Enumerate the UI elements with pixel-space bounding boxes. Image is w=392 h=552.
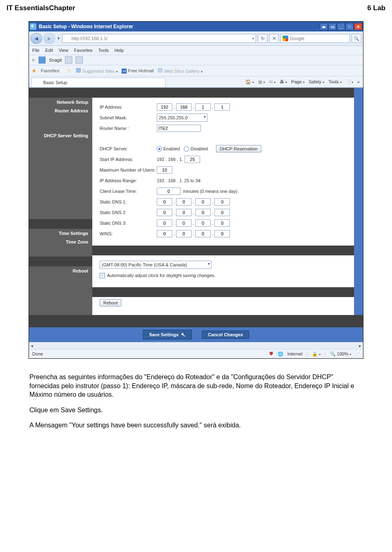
home-icon[interactable]: 🏠 ▾ xyxy=(245,79,254,85)
dst-checkbox[interactable]: ✓ xyxy=(100,273,105,278)
ip-octet-2[interactable] xyxy=(176,103,192,111)
tools-menu[interactable]: Tools ▾ xyxy=(328,79,342,84)
subnet-select[interactable]: 255.255.255.0 xyxy=(157,114,207,122)
menu-view[interactable]: View xyxy=(59,48,69,53)
win-btn-a[interactable]: ◂▸ xyxy=(320,23,328,30)
free-hotmail[interactable]: Free Hotmail xyxy=(128,68,154,73)
address-bar[interactable]: http://192.168.1.1/ ▾ xyxy=(62,34,256,43)
wins-b[interactable] xyxy=(176,230,192,237)
search-box[interactable]: Google xyxy=(281,34,350,43)
max-users-input[interactable] xyxy=(157,166,172,174)
close-button[interactable]: ✕ xyxy=(354,23,362,30)
save-settings-button[interactable]: Save Settings↖ xyxy=(143,330,192,340)
snagit-label[interactable]: Snagit xyxy=(49,58,62,63)
refresh-button[interactable]: ↻ xyxy=(258,34,267,43)
win-btn-b[interactable]: ▭ xyxy=(328,23,336,30)
hotmail-icon: M xyxy=(122,69,127,74)
dns3-c[interactable] xyxy=(195,219,211,227)
timezone-select[interactable]: (GMT-08:00) Pacific Time (USA & Canada) xyxy=(100,261,212,269)
menu-edit[interactable]: Edit xyxy=(45,48,53,53)
stop-button[interactable]: ✕ xyxy=(269,34,279,43)
dns2-c[interactable] xyxy=(195,209,211,216)
web-slice[interactable]: Web Slice Gallery xyxy=(164,69,199,74)
ie-tab-icon xyxy=(35,80,41,85)
shield-icon: ⛊ xyxy=(269,351,274,356)
cursor-icon: ↖ xyxy=(181,331,186,338)
dropdown-icon[interactable]: ▼ xyxy=(57,36,60,40)
dns3-b[interactable] xyxy=(176,219,192,227)
chevron-down-icon[interactable]: ▾ xyxy=(252,37,254,40)
more-chevron[interactable]: » xyxy=(357,79,360,84)
ip-octet-3[interactable] xyxy=(195,103,211,111)
router-name-input[interactable] xyxy=(157,125,201,132)
router-name-label: Router Name : xyxy=(100,126,157,131)
forward-button[interactable]: ► xyxy=(44,33,55,44)
menu-file[interactable]: File xyxy=(32,48,40,53)
cancel-changes-button[interactable]: Cancel Changes xyxy=(202,331,249,339)
wins-a[interactable] xyxy=(157,230,172,237)
dns1-d[interactable] xyxy=(214,198,230,206)
section-router-address: Router Address xyxy=(29,107,92,131)
zoom-icon[interactable]: 🔍 100% ▾ xyxy=(330,351,351,357)
protected-icon[interactable]: 🔒 ▾ xyxy=(312,351,321,357)
dns2-a[interactable] xyxy=(157,209,172,216)
dhcp-enabled-radio[interactable]: Enabled xyxy=(157,146,180,152)
ip-octet-4[interactable] xyxy=(214,103,230,111)
dhcp-reservation-button[interactable]: DHCP Reservation xyxy=(216,145,261,152)
ie-favicon-icon xyxy=(64,36,70,41)
menu-tools[interactable]: Tools xyxy=(98,48,109,53)
dns3-a[interactable] xyxy=(157,219,172,227)
star-icon-2: ☆ xyxy=(67,67,72,74)
snagit-icon xyxy=(38,56,46,64)
dst-label: Automatically adjust clock for daylight … xyxy=(107,273,215,278)
start-ip-prefix: 192 . 168 . 1. xyxy=(157,157,183,162)
ip-octet-1[interactable] xyxy=(157,103,172,111)
resize-grip-icon[interactable]: ⋰ xyxy=(355,351,360,357)
safety-menu[interactable]: Safety ▾ xyxy=(309,79,324,84)
window-titlebar: Basic Setup - Windows Internet Explorer … xyxy=(29,22,363,31)
doc-header-left: IT EssentialsChapter xyxy=(7,4,75,12)
toolbar-icon-a[interactable] xyxy=(65,56,72,64)
dhcp-disabled-radio[interactable]: Disabled xyxy=(184,146,208,152)
hscrollbar[interactable]: ◄► xyxy=(29,342,363,349)
star-icon[interactable]: ★ xyxy=(31,67,37,74)
dns2-d[interactable] xyxy=(214,209,230,216)
suggested-sites[interactable]: Suggested Sites xyxy=(82,69,115,74)
router-content: IP Address: . . . Subnet Mask: 255.255.2… xyxy=(92,88,354,315)
feed-icon[interactable]: ▦ ▾ xyxy=(258,79,265,85)
reboot-button[interactable]: Reboot xyxy=(100,299,121,306)
help-icon[interactable]: ❔▾ xyxy=(346,79,353,85)
dns1-c[interactable] xyxy=(195,198,211,206)
search-placeholder: Google xyxy=(290,36,304,41)
dns2-label: Static DNS 2: xyxy=(100,210,157,215)
favorites-label[interactable]: Favorites xyxy=(41,68,59,73)
maximize-button[interactable]: □ xyxy=(345,23,354,30)
start-ip-input[interactable] xyxy=(185,156,200,163)
dns1-label: Static DNS 1: xyxy=(100,199,157,204)
print-icon[interactable]: 🖶 ▾ xyxy=(280,79,287,84)
minimize-button[interactable]: _ xyxy=(337,23,345,30)
ie-small-icon-2 xyxy=(158,68,163,73)
search-button[interactable]: 🔍 xyxy=(352,34,361,43)
wins-d[interactable] xyxy=(214,230,230,237)
doc-header-right: 6 Lab xyxy=(368,4,385,12)
mail-icon[interactable]: ✉ ▾ xyxy=(269,79,276,85)
back-button[interactable]: ◄ xyxy=(31,33,42,44)
page-menu[interactable]: Page ▾ xyxy=(291,79,305,84)
menu-favorites[interactable]: Favorites xyxy=(74,48,92,53)
right-strip xyxy=(354,88,363,315)
toolbar-icon-b[interactable] xyxy=(76,56,83,64)
dns3-d[interactable] xyxy=(214,219,230,227)
section-dhcp: DHCP Server Setting xyxy=(29,131,92,219)
status-internet: Internet xyxy=(287,351,303,356)
dns1-b[interactable] xyxy=(176,198,192,206)
dns2-b[interactable] xyxy=(176,209,192,216)
lease-input[interactable] xyxy=(157,188,180,195)
browser-tab[interactable]: Basic Setup xyxy=(31,78,165,87)
dns1-a[interactable] xyxy=(157,198,172,206)
wins-c[interactable] xyxy=(195,230,211,237)
close-icon[interactable]: ✕ xyxy=(31,58,35,63)
ip-label: IP Address: xyxy=(100,105,157,110)
lease-label: Client Lease Time: xyxy=(100,189,157,194)
menu-help[interactable]: Help xyxy=(114,48,124,53)
